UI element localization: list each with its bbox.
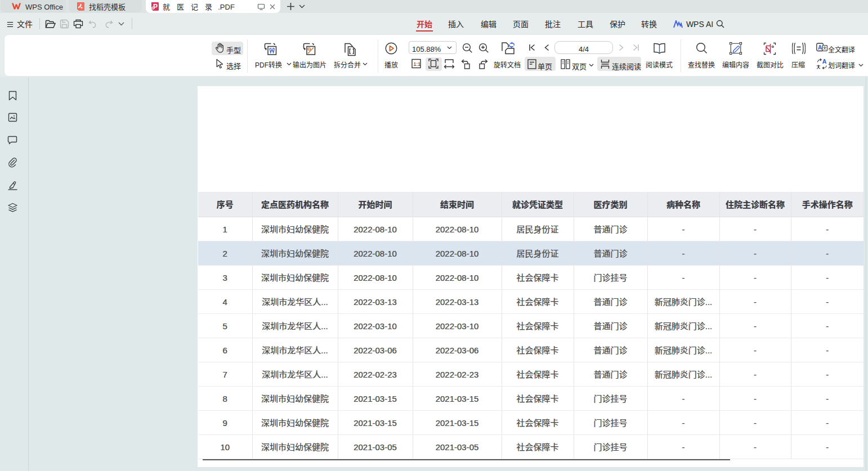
svg-text:P: P: [153, 3, 158, 11]
svg-text:A: A: [822, 59, 827, 65]
svg-text:1:1: 1:1: [413, 61, 420, 67]
svg-text:A: A: [818, 44, 822, 51]
